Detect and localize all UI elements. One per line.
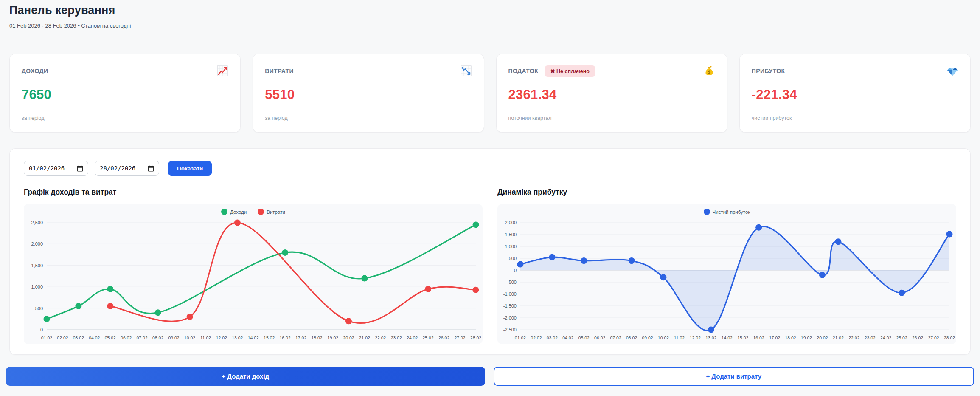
svg-text:28.02: 28.02 <box>944 335 955 340</box>
card-sublabel: поточний квартал <box>508 115 715 121</box>
svg-text:1,500: 1,500 <box>505 232 517 237</box>
svg-text:23.02: 23.02 <box>865 335 876 340</box>
svg-text:1,000: 1,000 <box>31 284 43 289</box>
svg-text:16.02: 16.02 <box>753 335 764 340</box>
svg-text:18.02: 18.02 <box>785 335 796 340</box>
legend-item[interactable]: Витрати <box>258 209 285 215</box>
card-value: 7650 <box>22 87 228 102</box>
profit-card: ПРИБУТОК -221.34 чистий прибуток <box>739 54 971 133</box>
svg-text:0: 0 <box>40 327 43 332</box>
svg-text:14.02: 14.02 <box>248 335 259 340</box>
expenses-card: ВИТРАТИ 5510 за період <box>253 54 484 133</box>
chart-legend: Чистий прибуток <box>497 209 956 215</box>
date-to-input[interactable]: 28/02/2026 <box>95 161 159 176</box>
svg-text:-2,500: -2,500 <box>503 327 517 332</box>
svg-text:27.02: 27.02 <box>928 335 939 340</box>
svg-text:09.02: 09.02 <box>168 335 179 340</box>
dashboard-page: Панель керування 01 Feb 2026 - 28 Feb 20… <box>0 0 980 386</box>
profit-chart: Чистий прибуток-2,500-2,000-1,500-1,000-… <box>497 204 956 344</box>
legend-item[interactable]: Чистий прибуток <box>704 209 750 215</box>
card-sublabel: за період <box>265 115 472 121</box>
svg-text:05.02: 05.02 <box>578 335 590 340</box>
date-filter: 01/02/2026 28/02/2026 <box>24 161 956 176</box>
svg-text:20.02: 20.02 <box>343 335 354 340</box>
svg-text:11.02: 11.02 <box>200 335 211 340</box>
charts-row: Графік доходів та витрат ДоходиВитрати05… <box>24 187 956 344</box>
svg-text:16.02: 16.02 <box>280 335 291 340</box>
card-header: ПОДАТОК ✖ Не сплачено $ <box>508 65 715 77</box>
legend-label: Доходи <box>230 209 247 215</box>
svg-text:12.02: 12.02 <box>690 335 701 340</box>
svg-text:26.02: 26.02 <box>438 335 449 340</box>
svg-text:05.02: 05.02 <box>105 335 116 340</box>
svg-text:13.02: 13.02 <box>232 335 243 340</box>
svg-text:08.02: 08.02 <box>152 335 163 340</box>
svg-text:15.02: 15.02 <box>264 335 275 340</box>
chart-increasing-icon <box>216 65 228 77</box>
legend-dot <box>258 209 264 215</box>
svg-text:17.02: 17.02 <box>769 335 780 340</box>
svg-text:03.02: 03.02 <box>73 335 84 340</box>
card-label: ВИТРАТИ <box>265 68 294 74</box>
gem-stone-icon <box>946 65 958 77</box>
svg-text:14.02: 14.02 <box>722 335 733 340</box>
svg-text:-2,000: -2,000 <box>503 315 517 320</box>
svg-text:21.02: 21.02 <box>359 335 370 340</box>
svg-text:26.02: 26.02 <box>912 335 923 340</box>
svg-text:19.02: 19.02 <box>327 335 338 340</box>
svg-text:04.02: 04.02 <box>89 335 100 340</box>
money-bag-icon: $ <box>703 65 715 77</box>
card-sublabel: за період <box>22 115 228 121</box>
card-header: ВИТРАТИ <box>265 65 472 77</box>
legend-item[interactable]: Доходи <box>221 209 247 215</box>
income-expense-chart-section: Графік доходів та витрат ДоходиВитрати05… <box>24 187 483 344</box>
chart-title: Динаміка прибутку <box>497 188 956 197</box>
add-income-button[interactable]: + Додати дохід <box>6 367 485 386</box>
svg-text:24.02: 24.02 <box>407 335 418 340</box>
tax-unpaid-badge: ✖ Не сплачено <box>545 65 595 77</box>
calendar-icon[interactable] <box>77 165 83 172</box>
svg-text:07.02: 07.02 <box>137 335 148 340</box>
date-from-value: 01/02/2026 <box>29 165 65 172</box>
date-from-input[interactable]: 01/02/2026 <box>24 161 88 176</box>
svg-text:11.02: 11.02 <box>674 335 685 340</box>
svg-text:17.02: 17.02 <box>295 335 306 340</box>
svg-text:-1,500: -1,500 <box>503 303 517 308</box>
chart-canvas: 05001,0001,5002,0002,50001.0202.0203.020… <box>24 204 483 344</box>
svg-text:06.02: 06.02 <box>594 335 605 340</box>
svg-text:-1,000: -1,000 <box>503 291 517 297</box>
chart-decreasing-icon <box>460 65 472 77</box>
charts-panel: 01/02/2026 28/02/2026 <box>9 148 971 355</box>
svg-text:01.02: 01.02 <box>515 335 526 340</box>
svg-text:04.02: 04.02 <box>562 335 573 340</box>
show-button[interactable]: Показати <box>168 161 212 176</box>
svg-text:01.02: 01.02 <box>41 335 52 340</box>
svg-text:10.02: 10.02 <box>184 335 195 340</box>
page-subtitle: 01 Feb 2026 - 28 Feb 2026 • Станом на сь… <box>9 23 971 29</box>
svg-text:-500: -500 <box>507 280 517 285</box>
svg-text:2,000: 2,000 <box>505 220 517 225</box>
chart-title: Графік доходів та витрат <box>24 188 483 197</box>
svg-text:0: 0 <box>514 268 517 273</box>
svg-text:07.02: 07.02 <box>610 335 621 340</box>
legend-label: Витрати <box>267 209 285 215</box>
legend-label: Чистий прибуток <box>713 209 750 215</box>
svg-text:06.02: 06.02 <box>121 335 132 340</box>
svg-text:08.02: 08.02 <box>626 335 637 340</box>
legend-dot <box>221 209 227 215</box>
tax-card: ПОДАТОК ✖ Не сплачено $ 2361.34 поточний… <box>496 54 727 133</box>
profit-chart-section: Динаміка прибутку Чистий прибуток-2,500-… <box>497 187 956 344</box>
page-title: Панель керування <box>9 4 971 17</box>
svg-text:$: $ <box>708 69 710 74</box>
income-card: ДОХОДИ 7650 за період <box>9 54 241 133</box>
card-label: ПРИБУТОК <box>752 68 785 74</box>
svg-text:27.02: 27.02 <box>454 335 465 340</box>
calendar-icon[interactable] <box>148 165 154 172</box>
svg-text:500: 500 <box>35 306 43 311</box>
legend-dot <box>704 209 710 215</box>
svg-text:20.02: 20.02 <box>817 335 828 340</box>
card-value: 2361.34 <box>508 87 715 102</box>
chart-canvas: -2,500-2,000-1,500-1,000-50005001,0001,5… <box>497 204 956 344</box>
add-expense-button[interactable]: + Додати витрату <box>494 367 974 386</box>
svg-text:1,500: 1,500 <box>31 263 43 268</box>
